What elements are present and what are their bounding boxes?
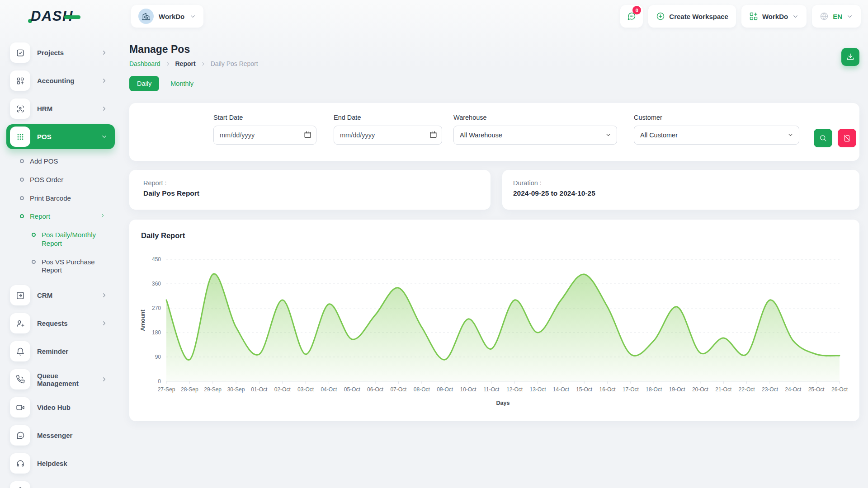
chevron-down-icon <box>101 133 108 140</box>
search-icon <box>819 134 827 142</box>
sidebar-item-requests[interactable]: Requests <box>6 311 115 336</box>
report-value: Daily Pos Report <box>143 189 476 197</box>
svg-text:18-Oct: 18-Oct <box>646 386 662 393</box>
chevron-down-icon <box>189 13 196 20</box>
bullet-icon <box>20 214 24 218</box>
chevron-right-icon <box>101 376 108 383</box>
sidebar-item-pos-vs-purchase-report[interactable]: Pos VS Purchase Report <box>6 253 115 280</box>
sidebar-item-reminder[interactable]: Reminder <box>6 339 115 364</box>
sidebar-item-helpdesk[interactable]: Helpdesk <box>6 451 115 476</box>
projects-icon <box>10 42 30 63</box>
report-summary-card: Report : Daily Pos Report <box>129 170 491 210</box>
page-title: Manage Pos <box>129 43 190 56</box>
chevron-right-icon <box>200 61 206 67</box>
chevron-down-icon <box>846 13 853 20</box>
globe-icon <box>820 12 829 21</box>
svg-text:12-Oct: 12-Oct <box>506 386 523 393</box>
daily-report-chart: 09018027036045027-Sep28-Sep29-Sep30-Sep0… <box>138 252 849 408</box>
breadcrumb-report[interactable]: Report <box>175 60 196 67</box>
start-date-label: Start Date <box>213 114 316 121</box>
daily-report-card: Daily Report 09018027036045027-Sep28-Sep… <box>129 220 859 421</box>
accounting-icon <box>10 70 30 91</box>
chevron-right-icon <box>101 105 108 112</box>
language-selector[interactable]: EN <box>812 5 861 28</box>
sidebar-item-projects[interactable]: Projects <box>6 40 115 65</box>
customer-select[interactable]: All Customer <box>634 126 799 145</box>
warehouse-label: Warehouse <box>453 114 617 121</box>
plus-circle-icon <box>656 12 665 21</box>
download-icon <box>846 53 854 61</box>
sidebar-item-settings[interactable]: Settings <box>6 479 115 488</box>
svg-text:01-Oct: 01-Oct <box>251 386 268 393</box>
tab-daily[interactable]: Daily <box>129 76 159 91</box>
sidebar-item-crm[interactable]: CRM <box>6 283 115 308</box>
messages-button[interactable]: 0 <box>620 5 643 28</box>
logo-dash <box>64 15 80 19</box>
queue-icon <box>10 369 30 389</box>
svg-text:Days: Days <box>496 400 510 406</box>
svg-text:21-Oct: 21-Oct <box>715 386 732 393</box>
sidebar-item-add-pos[interactable]: Add POS <box>6 152 115 171</box>
sidebar-item-accounting[interactable]: Accounting <box>6 68 115 93</box>
sidebar-item-queue-management[interactable]: Queue Management <box>6 367 115 392</box>
workdo-label: WorkDo <box>762 13 788 20</box>
pos-icon <box>10 127 30 147</box>
warehouse-select[interactable]: All Warehouse <box>453 126 617 145</box>
svg-text:360: 360 <box>152 281 161 287</box>
building-icon <box>138 9 154 24</box>
svg-text:17-Oct: 17-Oct <box>623 386 639 393</box>
create-workspace-button[interactable]: Create Workspace <box>648 5 736 28</box>
svg-text:Amount: Amount <box>140 310 146 331</box>
bullet-icon <box>32 260 36 264</box>
svg-text:180: 180 <box>152 329 161 336</box>
workdo-menu-button[interactable]: WorkDo <box>741 5 807 28</box>
messages-badge: 0 <box>632 6 641 14</box>
report-tabs: Daily Monthly <box>129 76 201 91</box>
svg-text:90: 90 <box>155 354 161 360</box>
sidebar-item-print-barcode[interactable]: Print Barcode <box>6 189 115 208</box>
crm-icon <box>10 285 30 305</box>
video-icon <box>10 397 30 418</box>
sidebar-item-pos-daily-monthly-report[interactable]: Pos Daily/Monthly Report <box>6 226 115 253</box>
workspace-selector[interactable]: WorkDo <box>131 5 203 28</box>
svg-text:26-Oct: 26-Oct <box>831 386 848 393</box>
svg-text:14-Oct: 14-Oct <box>553 386 570 393</box>
svg-text:09-Oct: 09-Oct <box>437 386 453 393</box>
customer-label: Customer <box>634 114 799 121</box>
svg-text:04-Oct: 04-Oct <box>321 386 337 393</box>
breadcrumb-dashboard[interactable]: Dashboard <box>129 60 160 67</box>
reminder-icon <box>10 341 30 361</box>
svg-text:08-Oct: 08-Oct <box>414 386 430 393</box>
search-button[interactable] <box>814 129 832 147</box>
svg-text:05-Oct: 05-Oct <box>344 386 361 393</box>
svg-text:03-Oct: 03-Oct <box>297 386 314 393</box>
sidebar-item-pos[interactable]: POS <box>6 124 115 149</box>
chevron-right-icon <box>101 320 108 327</box>
end-date-input[interactable] <box>334 126 442 145</box>
svg-text:13-Oct: 13-Oct <box>530 386 547 393</box>
start-date-input[interactable] <box>213 126 316 145</box>
sidebar-item-hrm[interactable]: HRM <box>6 96 115 121</box>
svg-text:07-Oct: 07-Oct <box>390 386 407 393</box>
chevron-right-icon <box>99 212 106 219</box>
chevron-right-icon <box>101 292 108 299</box>
svg-text:15-Oct: 15-Oct <box>576 386 593 393</box>
download-button[interactable] <box>841 48 859 66</box>
svg-text:270: 270 <box>152 305 161 311</box>
svg-text:23-Oct: 23-Oct <box>762 386 778 393</box>
svg-text:22-Oct: 22-Oct <box>739 386 755 393</box>
sidebar-item-report[interactable]: Report <box>6 207 115 226</box>
sidebar-item-messenger[interactable]: Messenger <box>6 423 115 448</box>
sidebar-item-pos-order[interactable]: POS Order <box>6 171 115 189</box>
svg-text:30-Sep: 30-Sep <box>227 386 245 393</box>
helpdesk-icon <box>10 453 30 474</box>
chevron-right-icon <box>101 49 108 56</box>
sidebar-item-video-hub[interactable]: Video Hub <box>6 395 115 420</box>
svg-text:02-Oct: 02-Oct <box>274 386 291 393</box>
brand-logo: DASH <box>28 8 80 24</box>
svg-text:19-Oct: 19-Oct <box>669 386 686 393</box>
reset-button[interactable] <box>838 129 856 147</box>
chevron-right-icon <box>101 77 108 84</box>
bullet-icon <box>32 233 36 237</box>
tab-monthly[interactable]: Monthly <box>163 76 201 91</box>
